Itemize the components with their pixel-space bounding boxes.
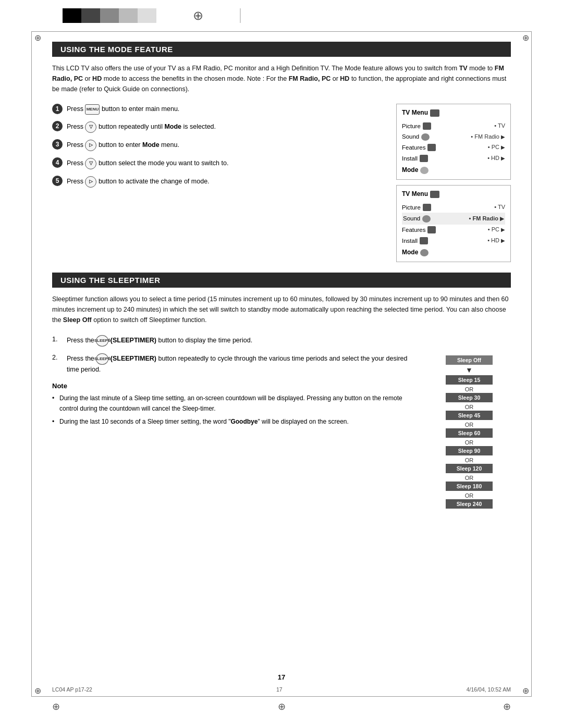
sleep-box-45: Sleep 45: [446, 411, 493, 420]
sleep-box-240: Sleep 240: [446, 499, 493, 509]
picture-icon: [423, 122, 431, 130]
sleep-step-2-text: Press the SLEEP6 (SLEEPTIMER) button rep…: [67, 353, 417, 375]
mode-steps: 1 Press MENU button to enter main menu. …: [52, 104, 386, 262]
tv-menu-1-row-install-label: Install: [402, 153, 428, 164]
footer-center: 17: [276, 686, 283, 693]
note-title: Note: [52, 381, 417, 392]
sleep-layout: 1. Press the SLEEP6 (SLEEPTIMER) button …: [52, 335, 511, 510]
sound-icon-2: [422, 215, 431, 223]
install-icon-1: [420, 155, 428, 162]
menu-button-icon: MENU: [85, 104, 100, 115]
color-strip-left: [63, 8, 156, 23]
tv-menu-box-2: TV Menu Picture • TV Sound: [396, 185, 511, 262]
sleep-off-box: Sleep Off: [446, 355, 493, 365]
top-center-crosshair: ⊕: [188, 5, 209, 26]
sleep-or-5: OR: [465, 457, 474, 463]
sleep-right: Sleep Off ▼ Sleep 15 OR Sleep 30 OR Slee…: [427, 335, 511, 510]
border-bottom: [31, 696, 532, 697]
sleep-or-3: OR: [465, 422, 474, 428]
tv-menu-2-row-picture: Picture • TV: [402, 202, 505, 213]
sleep-or-6: OR: [465, 475, 474, 481]
nav-button-icon-3: ▷: [85, 140, 96, 151]
tv-menu-2-sound-right: • FM Radio ▶: [469, 214, 504, 224]
color-swatch-white: [240, 8, 241, 23]
footer-left: LC04 AP p17-22: [52, 686, 92, 693]
section-sleeptimer: Using the Sleeptimer Sleeptimer function…: [52, 273, 511, 510]
sleep-step-1-num: 1.: [52, 335, 63, 344]
color-swatch-lightgray: [119, 8, 138, 23]
step-4-number: 4: [52, 157, 63, 168]
features-label-2: Features: [402, 225, 425, 236]
step-4: 4 Press ▽ button select the mode you wan…: [52, 157, 386, 169]
tv-menu-2-row-install: Install • HD ▶: [402, 236, 505, 246]
color-swatch-darkgray: [81, 8, 100, 23]
tv-menu-1-picture-right: • TV: [494, 121, 505, 131]
tv-menu-1-title-text: TV Menu: [402, 107, 428, 119]
features-icon-2: [427, 226, 436, 233]
sleep-button-icon-2: SLEEP6: [96, 353, 108, 365]
note-text-1: During the last minute of a Sleep time s…: [59, 393, 417, 413]
tv-menu-1-sound-right: • FM Radio ▶: [471, 132, 505, 142]
note-text-2: During the last 10 seconds of a Sleep ti…: [59, 417, 349, 427]
sleep-step-1: 1. Press the SLEEP6 (SLEEPTIMER) button …: [52, 335, 417, 347]
tv-menu-2-header: TV Menu: [402, 189, 505, 200]
install-label-1: Install: [402, 153, 418, 164]
sleep-button-icon-1: SLEEP6: [96, 335, 108, 347]
sleep-diagram: Sleep Off ▼ Sleep 15 OR Sleep 30 OR Slee…: [446, 335, 493, 510]
tv-menu-1-row-sound-label: Sound: [402, 131, 430, 142]
sleep-box-60: Sleep 60: [446, 428, 493, 438]
step-2-text: Press ▽ button repeatedly until Mode is …: [67, 121, 386, 133]
sleep-arrow-down: ▼: [466, 366, 473, 374]
install-icon-2: [420, 237, 428, 244]
section-mode-heading: Using the Mode Feature: [52, 42, 511, 57]
picture-icon-2: [423, 204, 431, 211]
tv-monitor-icon-1: [430, 109, 439, 117]
tv-menu-2-row-sound-label: Sound: [403, 213, 431, 224]
sound-label-2: Sound: [403, 213, 420, 224]
note-bullet-1: •: [52, 393, 56, 403]
nav-button-icon-5: ▷: [85, 176, 96, 188]
mode-icon-2: [420, 249, 429, 256]
picture-label-2: Picture: [402, 202, 421, 213]
corner-mark-tr: ⊕: [520, 32, 531, 43]
tv-menu-1-row-picture: Picture • TV: [402, 121, 505, 132]
sleep-left: 1. Press the SLEEP6 (SLEEPTIMER) button …: [52, 335, 417, 510]
picture-label: Picture: [402, 121, 421, 132]
nav-button-icon-2: ▽: [85, 121, 96, 133]
tv-menu-2-row-features-label: Features: [402, 225, 436, 236]
sleep-box-90: Sleep 90: [446, 446, 493, 455]
step-5-number: 5: [52, 176, 63, 186]
mode-icon-1: [420, 167, 429, 174]
step-3-text: Press ▷ button to enter Mode menu.: [67, 139, 386, 151]
sound-label-1: Sound: [402, 131, 419, 142]
sleep-box-30: Sleep 30: [446, 393, 493, 402]
step-2-number: 2: [52, 121, 63, 131]
tv-monitor-icon-2: [430, 191, 439, 198]
section-sleeptimer-heading-text: Using the Sleeptimer: [60, 276, 161, 285]
tv-menu-1-row-picture-label: Picture: [402, 121, 431, 132]
corner-mark-tl: ⊕: [32, 32, 43, 43]
section-mode-intro: This LCD TV also offers the use of your …: [52, 63, 511, 94]
sleep-or-2: OR: [465, 404, 474, 410]
tv-menu-1-row-features: Features • PC ▶: [402, 142, 505, 153]
tv-menu-2-title-text: TV Menu: [402, 189, 428, 200]
main-content: Using the Mode Feature This LCD TV also …: [52, 42, 511, 686]
note-item-1: • During the last minute of a Sleep time…: [52, 393, 417, 413]
tv-menu-1-row-install: Install • HD ▶: [402, 153, 505, 164]
section-mode-feature: Using the Mode Feature This LCD TV also …: [52, 42, 511, 262]
features-icon-1: [427, 144, 436, 151]
step-5: 5 Press ▷ button to activate the change …: [52, 176, 386, 188]
tv-menu-2-picture-right: • TV: [494, 202, 505, 213]
sleep-box-180: Sleep 180: [446, 482, 493, 491]
step-3: 3 Press ▷ button to enter Mode menu.: [52, 139, 386, 151]
tv-menu-1-install-right: • HD ▶: [487, 153, 505, 164]
color-strip-right: [240, 8, 241, 23]
tv-menu-1-row-features-label: Features: [402, 142, 436, 153]
step-3-number: 3: [52, 139, 63, 150]
color-swatch-verylightgray: [138, 8, 156, 23]
sleep-or-4: OR: [465, 439, 474, 446]
page-number: 17: [0, 673, 563, 681]
step-4-text: Press ▽ button select the mode you want …: [67, 157, 386, 169]
step-1-number: 1: [52, 104, 63, 114]
mode-label-2: Mode: [402, 247, 418, 258]
